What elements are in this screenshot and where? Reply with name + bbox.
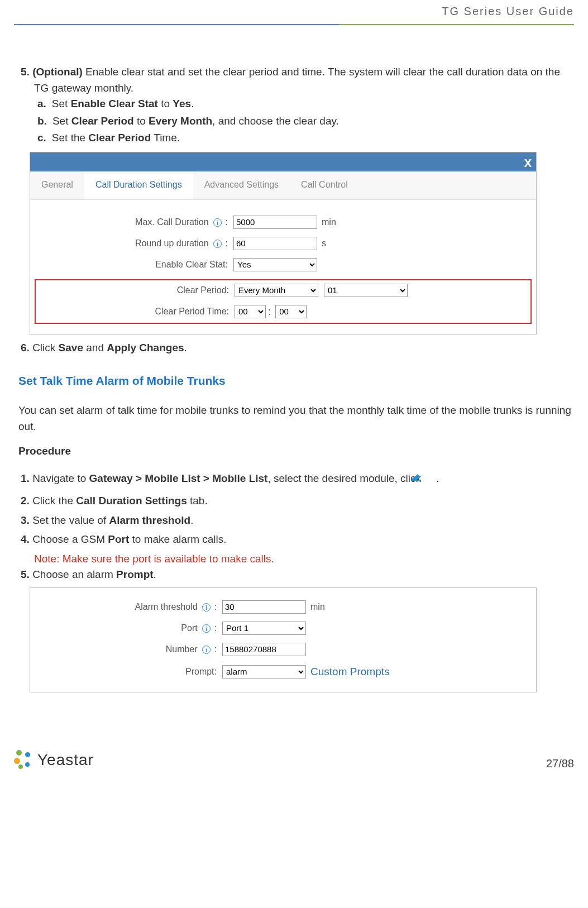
enable-select[interactable]: Yes [233, 258, 317, 271]
section-title: Set Talk Time Alarm of Mobile Trunks [18, 372, 574, 390]
header-rule-left [14, 24, 339, 25]
proc5: 5. Choose an alarm Prompt. [18, 567, 574, 583]
step5c-num: c. [37, 132, 52, 144]
cpt-min-select[interactable]: 00 [275, 305, 307, 318]
p4-b1: Port [108, 533, 129, 545]
tab-general[interactable]: General [30, 171, 84, 199]
maxcall-label: Max. Call Duration i : [30, 216, 231, 229]
port-label: Port i : [30, 622, 220, 635]
clearperiod-select[interactable]: Every Month [235, 284, 318, 297]
p5-num: 5. [21, 568, 30, 580]
figure-alarm: Alarm threshold i : min Port i : Port 1 … [30, 587, 537, 693]
p2-pre: Click the [32, 495, 76, 506]
step5-text: Enable clear stat and set the clear peri… [34, 66, 560, 94]
proc3: 3. Set the value of Alarm threshold. [18, 513, 574, 529]
p3-b1: Alarm threshold [109, 514, 190, 526]
tab-call-control[interactable]: Call Control [290, 171, 359, 199]
step5a-mid: to [158, 98, 173, 109]
proc4-note: Note: Make sure the port is available to… [18, 551, 574, 567]
step5c-b1: Clear Period [88, 132, 151, 144]
p5-b1: Prompt [116, 568, 154, 580]
step5b-num: b. [37, 115, 52, 127]
alarm-label: Alarm threshold i : [30, 600, 220, 614]
clearperiodtime-label: Clear Period Time: [36, 305, 232, 318]
highlight-box: Clear Period: Every Month 01 Clear Perio… [35, 279, 532, 324]
step5-num: 5. [21, 66, 30, 78]
step6-b1: Save [59, 342, 83, 353]
p2-num: 2. [21, 495, 30, 506]
clearday-select[interactable]: 01 [324, 284, 408, 297]
round-label: Round up duration i : [30, 237, 231, 250]
step6-post: . [184, 342, 187, 353]
step5b-b2: Every Month [149, 115, 212, 127]
tabs: General Call Duration Settings Advanced … [30, 171, 536, 200]
port-select[interactable]: Port 1 [222, 622, 306, 635]
page-number: 27/88 [546, 755, 574, 772]
step5-optional: (Optional) [32, 66, 83, 78]
p1-b1: Gateway > Mobile List > Mobile List [89, 472, 268, 484]
p3-pre: Set the value of [32, 514, 109, 526]
step5a-b2: Yes [173, 98, 191, 109]
procedure-head: Procedure [18, 443, 574, 460]
logo: Yeastar [14, 748, 94, 772]
p1-num: 1. [21, 472, 30, 484]
p1-pre: Navigate to [32, 472, 89, 484]
step6: 6. Click Save and Apply Changes. [18, 340, 574, 356]
p2-post: tab. [187, 495, 208, 506]
alarm-input[interactable] [222, 600, 306, 614]
p4-pre: Choose a GSM [32, 533, 108, 545]
p4-num: 4. [21, 533, 30, 545]
tab-advanced[interactable]: Advanced Settings [193, 171, 290, 199]
tab-cds[interactable]: Call Duration Settings [84, 171, 193, 199]
step6-num: 6. [21, 342, 30, 353]
step5a-pre: Set [52, 98, 71, 109]
enable-label: Enable Clear Stat: [30, 258, 231, 271]
edit-icon[interactable] [424, 474, 436, 483]
p3-post: . [190, 514, 193, 526]
step5b-post: , and choose the clear day. [212, 115, 339, 127]
step5b-b1: Clear Period [71, 115, 134, 127]
maxcall-input[interactable] [233, 216, 317, 229]
p3-num: 3. [21, 514, 30, 526]
step5b-pre: Set [52, 115, 71, 127]
close-icon[interactable]: X [524, 155, 532, 171]
maxcall-unit: min [317, 216, 336, 229]
p1-post: , select the desired module, click [267, 472, 424, 484]
proc1: 1. Navigate to Gateway > Mobile List > M… [18, 471, 574, 487]
step6-mid: and [83, 342, 107, 353]
info-icon[interactable]: i [202, 603, 211, 611]
p4-post: to make alarm calls. [129, 533, 226, 545]
prompt-label: Prompt: [30, 665, 220, 678]
intro-para: You can set alarm of talk time for mobil… [18, 403, 574, 434]
round-unit: s [317, 237, 326, 250]
step5a-post: . [191, 98, 194, 109]
logo-text: Yeastar [37, 748, 94, 772]
step5a-num: a. [37, 98, 52, 109]
p5-pre: Choose an alarm [32, 568, 116, 580]
step5c-post: Time. [151, 132, 180, 144]
p1-end: . [436, 472, 439, 484]
step5-line: 5. (Optional) Enable clear stat and set … [18, 64, 574, 96]
cpt-hour-select[interactable]: 00 [235, 305, 266, 318]
p2-b1: Call Duration Settings [76, 495, 187, 506]
logo-icon [14, 750, 34, 770]
info-icon[interactable]: i [202, 646, 211, 654]
number-label: Number i : [30, 643, 220, 656]
step5a: a.Set Enable Clear Stat to Yes. [18, 96, 574, 112]
dialog-header: X [30, 152, 536, 171]
alarm-unit: min [306, 600, 325, 614]
proc2: 2. Click the Call Duration Settings tab. [18, 493, 574, 509]
step5a-b1: Enable Clear Stat [71, 98, 158, 109]
info-icon[interactable]: i [202, 624, 211, 633]
custom-prompts-link[interactable]: Custom Prompts [306, 664, 389, 680]
round-input[interactable] [233, 237, 317, 250]
info-icon[interactable]: i [213, 240, 222, 248]
prompt-select[interactable]: alarm [222, 665, 306, 678]
number-input[interactable] [222, 643, 306, 656]
step6-pre: Click [32, 342, 58, 353]
step5b-mid: to [134, 115, 149, 127]
p5-post: . [154, 568, 156, 580]
clearperiod-label: Clear Period: [36, 284, 232, 297]
header-rule-right [339, 24, 574, 25]
info-icon[interactable]: i [213, 218, 222, 227]
